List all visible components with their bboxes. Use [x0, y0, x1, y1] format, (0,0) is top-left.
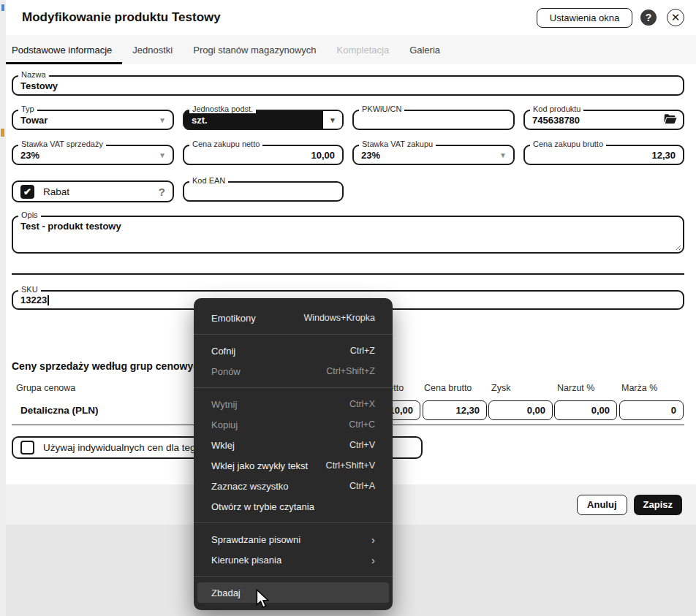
menu-item-zbadaj[interactable]: Zbadaj: [197, 582, 389, 603]
brutto-price-input[interactable]: 12,30: [423, 400, 487, 420]
checkbox-checked-icon[interactable]: ✔: [20, 185, 34, 199]
context-menu: Emotikony Windows+Kropka Cofnij Ctrl+Z P…: [194, 298, 393, 610]
jednostka-label: Jednostka podst.: [189, 104, 256, 113]
screen: Modyfikowanie produktu Testowy Ustawieni…: [0, 0, 696, 616]
chevron-down-icon: ▼: [159, 151, 166, 159]
pkwiu-label: PKWiU/CN: [359, 104, 404, 113]
narzut-input[interactable]: 0,00: [554, 400, 617, 420]
menu-item-zaznacz-wszystko[interactable]: Zaznacz wszystko Ctrl+A: [197, 476, 389, 496]
menu-item-wklej-jako-tekst[interactable]: Wklej jako zwykły tekst Ctrl+Shift+V: [197, 455, 389, 476]
window-settings-button[interactable]: Ustawienia okna: [537, 8, 632, 28]
kod-produktu-label: Kod produktu: [530, 104, 583, 113]
close-icon[interactable]: ✕: [667, 9, 684, 26]
menu-item-kopiuj[interactable]: Kopiuj Ctrl+C: [197, 414, 389, 435]
dialog-title: Modyfikowanie produktu Testowy: [22, 10, 221, 25]
col-header-narzut: Narzut %: [557, 383, 594, 393]
active-tab-underline: [6, 62, 122, 64]
col-header-cena-brutto: Cena brutto: [424, 383, 472, 393]
chevron-down-icon[interactable]: ▼: [323, 111, 342, 129]
chevron-down-icon: ▼: [159, 116, 166, 124]
menu-separator: [194, 334, 393, 335]
vat-zakupu-label: Stawka VAT zakupu: [359, 140, 436, 148]
question-help-icon[interactable]: ?: [159, 186, 165, 198]
sku-label: SKU: [18, 285, 41, 294]
tab-progi-stanow[interactable]: Progi stanów magazynowych: [183, 35, 326, 64]
tab-bar: Podstawowe informacje Jednostki Progi st…: [6, 35, 696, 64]
menu-item-ponow[interactable]: Ponów Ctrl+Shift+Z: [197, 361, 389, 381]
kod-ean-label: Kod EAN: [189, 176, 228, 185]
dialog-header: Modyfikowanie produktu Testowy Ustawieni…: [6, 0, 696, 35]
background-page-fragment: [0, 0, 6, 616]
menu-item-emotikony[interactable]: Emotikony Windows+Kropka: [197, 308, 389, 328]
menu-separator: [194, 387, 393, 388]
nazwa-input[interactable]: Testowy: [12, 75, 684, 96]
individual-prices-label: Używaj indywidualnych cen dla tego p: [43, 442, 209, 453]
opis-textarea[interactable]: Test - produkt testowy: [12, 216, 684, 254]
col-header-zysk: Zysk: [491, 383, 510, 393]
save-button[interactable]: Zapisz: [634, 495, 682, 515]
nazwa-label: Nazwa: [18, 70, 49, 79]
typ-label: Typ: [18, 104, 37, 113]
menu-separator: [194, 522, 393, 523]
rabat-checkbox-row[interactable]: ✔ Rabat ?: [12, 180, 174, 202]
section-divider: [12, 273, 684, 275]
menu-item-wklej[interactable]: Wklej Ctrl+V: [197, 435, 389, 455]
tab-podstawowe-informacje[interactable]: Podstawowe informacje: [6, 35, 122, 64]
menu-separator: [194, 576, 393, 577]
col-header-marza: Marża %: [621, 383, 657, 393]
tab-kompletacja[interactable]: Kompletacja: [327, 35, 400, 64]
menu-item-cofnij[interactable]: Cofnij Ctrl+Z: [197, 341, 389, 361]
submenu-arrow-icon: ›: [371, 533, 375, 546]
resize-grip-icon[interactable]: [674, 243, 681, 250]
menu-item-kierunek-pisania[interactable]: Kierunek pisania ›: [197, 550, 389, 570]
background-fragment-orange: [1, 129, 4, 137]
submenu-arrow-icon: ›: [371, 554, 375, 566]
cancel-button[interactable]: Anuluj: [577, 495, 627, 515]
background-fragment-blue: [1, 4, 4, 11]
chevron-down-icon: ▼: [499, 151, 507, 159]
opis-label: Opis: [18, 210, 41, 219]
vat-sprzedazy-label: Stawka VAT sprzedaży: [18, 140, 106, 148]
cena-zakupu-brutto-label: Cena zakupu brutto: [530, 140, 606, 148]
menu-item-otworz-tryb-czytania[interactable]: Otwórz w trybie czytania: [197, 496, 389, 517]
price-group-name: Detaliczna (PLN): [20, 405, 99, 416]
tab-galeria[interactable]: Galeria: [399, 35, 450, 64]
rabat-label: Rabat: [43, 186, 69, 197]
cena-zakupu-netto-label: Cena zakupu netto: [189, 140, 262, 148]
col-header-grupa-cenowa: Grupa cenowa: [16, 383, 75, 393]
folder-open-icon[interactable]: [664, 114, 677, 126]
menu-item-sprawdzanie-pisowni[interactable]: Sprawdzanie pisowni ›: [197, 529, 389, 550]
text-caret: [48, 295, 49, 305]
marza-input[interactable]: 0: [619, 400, 684, 420]
menu-item-wytnij[interactable]: Wytnij Ctrl+X: [197, 394, 389, 414]
price-section-title: Ceny sprzedaży według grup cenowych: [12, 360, 205, 372]
tab-jednostki[interactable]: Jednostki: [122, 35, 183, 64]
help-icon[interactable]: ?: [640, 9, 657, 26]
checkbox-unchecked-icon[interactable]: [20, 441, 34, 455]
zysk-input[interactable]: 0,00: [488, 400, 553, 420]
